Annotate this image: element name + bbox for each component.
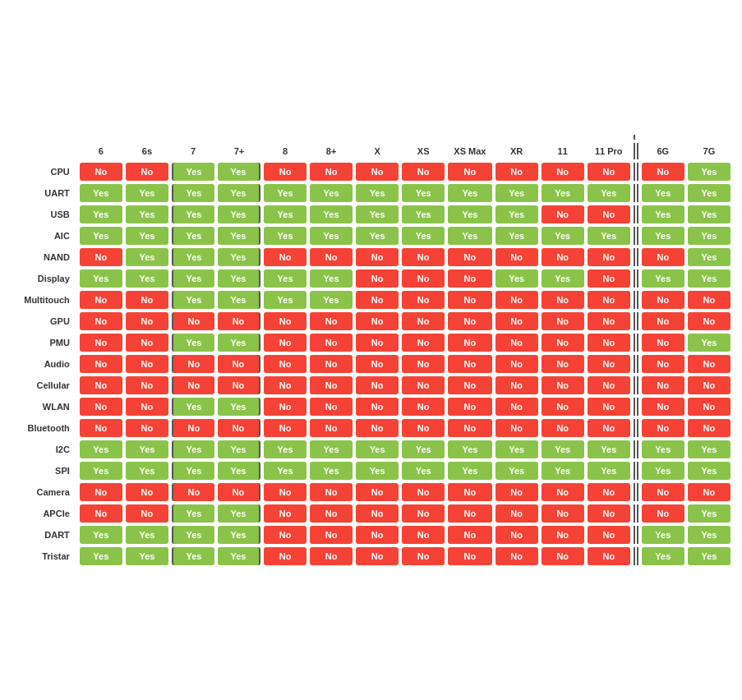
cell-spi-11: Yes bbox=[588, 462, 630, 480]
cell-pmu-6: No bbox=[356, 334, 399, 352]
cell-dart-2: Yes bbox=[172, 526, 214, 544]
table-row: APCIeNoNoYesYesNoNoNoNoNoNoNoNoNoYes bbox=[12, 504, 730, 523]
row-label-spacer bbox=[12, 135, 76, 140]
cell-gpu-13: No bbox=[688, 312, 730, 330]
col-divider-cell bbox=[634, 483, 638, 501]
cell-uart-6: Yes bbox=[356, 184, 399, 202]
cell-uart-3: Yes bbox=[218, 184, 260, 202]
cell-cellular-0: No bbox=[80, 376, 122, 394]
cell-bluetooth-10: No bbox=[542, 419, 584, 437]
cell-nand-13: Yes bbox=[688, 248, 730, 266]
cell-wlan-11: No bbox=[588, 398, 630, 416]
cell-audio-11: No bbox=[588, 355, 630, 373]
row-label-wlan: WLAN bbox=[12, 398, 76, 416]
cell-dart-4: No bbox=[264, 526, 306, 544]
cell-uart-11: Yes bbox=[588, 184, 630, 202]
cell-dart-9: No bbox=[495, 526, 538, 544]
iphone-group-header bbox=[80, 135, 630, 140]
cell-audio-10: No bbox=[542, 355, 584, 373]
cell-cellular-13: No bbox=[688, 376, 730, 394]
group-header-row bbox=[12, 135, 730, 140]
cell-bluetooth-9: No bbox=[495, 419, 538, 437]
cell-bluetooth-7: No bbox=[402, 419, 445, 437]
cell-i2c-8: Yes bbox=[448, 440, 491, 458]
cell-multitouch-1: No bbox=[126, 291, 168, 309]
cell-audio-12: No bbox=[642, 355, 684, 373]
cell-i2c-9: Yes bbox=[495, 440, 538, 458]
cell-display-12: Yes bbox=[642, 269, 684, 288]
cell-dart-13: Yes bbox=[688, 526, 730, 544]
cell-usb-13: Yes bbox=[688, 205, 730, 223]
cell-spi-12: Yes bbox=[642, 462, 684, 480]
cell-apcie-7: No bbox=[402, 504, 445, 523]
cell-apcie-10: No bbox=[542, 504, 584, 523]
cell-tristar-7: No bbox=[402, 547, 445, 565]
cell-wlan-8: No bbox=[448, 398, 491, 416]
cell-audio-5: No bbox=[310, 355, 353, 373]
cell-display-2: Yes bbox=[172, 269, 214, 288]
cell-apcie-9: No bbox=[495, 504, 538, 523]
cell-dart-0: Yes bbox=[80, 526, 122, 544]
cell-spi-4: Yes bbox=[264, 462, 306, 480]
cell-apcie-11: No bbox=[588, 504, 630, 523]
cell-cellular-12: No bbox=[642, 376, 684, 394]
cell-display-13: Yes bbox=[688, 269, 730, 288]
cell-dart-12: Yes bbox=[642, 526, 684, 544]
cell-bluetooth-0: No bbox=[80, 419, 122, 437]
cell-i2c-7: Yes bbox=[402, 440, 445, 458]
cell-gpu-6: No bbox=[356, 312, 399, 330]
table-row: DisplayYesYesYesYesYesYesNoNoNoYesYesNoY… bbox=[12, 269, 730, 288]
cell-spi-9: Yes bbox=[495, 462, 538, 480]
cell-aic-9: Yes bbox=[495, 227, 538, 245]
cell-dart-8: No bbox=[448, 526, 491, 544]
col-header-row: 6 6s 7 7+ 8 8+ X XS XS Max XR 11 11 Pro … bbox=[12, 143, 730, 159]
cell-cpu-11: No bbox=[588, 163, 630, 181]
cell-gpu-10: No bbox=[542, 312, 584, 330]
table-row: MultitouchNoNoYesYesYesYesNoNoNoNoNoNoNo… bbox=[12, 291, 730, 309]
row-label-gpu: GPU bbox=[12, 312, 76, 330]
row-label-tristar: Tristar bbox=[12, 547, 76, 565]
cell-wlan-13: No bbox=[688, 398, 730, 416]
col-divider-cell bbox=[634, 163, 638, 181]
cell-display-0: Yes bbox=[80, 269, 122, 288]
cell-dart-10: No bbox=[542, 526, 584, 544]
cell-nand-6: No bbox=[356, 248, 399, 266]
cell-camera-6: No bbox=[356, 483, 399, 501]
cell-usb-5: Yes bbox=[310, 205, 353, 223]
table-body: CPUNoNoYesYesNoNoNoNoNoNoNoNoNoYesUARTYe… bbox=[12, 163, 730, 565]
cell-bluetooth-13: No bbox=[688, 419, 730, 437]
cell-tristar-1: Yes bbox=[126, 547, 168, 565]
cell-usb-4: Yes bbox=[264, 205, 306, 223]
row-label-i2c: I2C bbox=[12, 440, 76, 458]
cell-pmu-10: No bbox=[542, 334, 584, 352]
cell-pmu-12: No bbox=[642, 334, 684, 352]
cell-bluetooth-12: No bbox=[642, 419, 684, 437]
cell-tristar-0: Yes bbox=[80, 547, 122, 565]
cell-uart-10: Yes bbox=[542, 184, 584, 202]
cell-cellular-9: No bbox=[495, 376, 538, 394]
cell-multitouch-9: No bbox=[495, 291, 538, 309]
cell-cpu-10: No bbox=[542, 163, 584, 181]
cell-dart-7: No bbox=[402, 526, 445, 544]
cell-multitouch-12: No bbox=[642, 291, 684, 309]
table-row: DARTYesYesYesYesNoNoNoNoNoNoNoNoYesYes bbox=[12, 526, 730, 544]
row-label-multitouch: Multitouch bbox=[12, 291, 76, 309]
cell-apcie-1: No bbox=[126, 504, 168, 523]
cell-aic-6: Yes bbox=[356, 227, 399, 245]
col-header-8plus: 8+ bbox=[310, 143, 353, 159]
cell-tristar-6: No bbox=[356, 547, 399, 565]
cell-usb-7: Yes bbox=[402, 205, 445, 223]
cell-nand-0: No bbox=[80, 248, 122, 266]
row-label-cpu: CPU bbox=[12, 163, 76, 181]
cell-spi-10: Yes bbox=[542, 462, 584, 480]
cell-nand-7: No bbox=[402, 248, 445, 266]
cell-pmu-8: No bbox=[448, 334, 491, 352]
cell-multitouch-2: Yes bbox=[172, 291, 214, 309]
cell-aic-11: Yes bbox=[588, 227, 630, 245]
cell-tristar-4: No bbox=[264, 547, 306, 565]
cell-tristar-9: No bbox=[495, 547, 538, 565]
cell-nand-8: No bbox=[448, 248, 491, 266]
cell-spi-1: Yes bbox=[126, 462, 168, 480]
col-divider-cell bbox=[634, 227, 638, 245]
cell-pmu-3: Yes bbox=[218, 334, 260, 352]
